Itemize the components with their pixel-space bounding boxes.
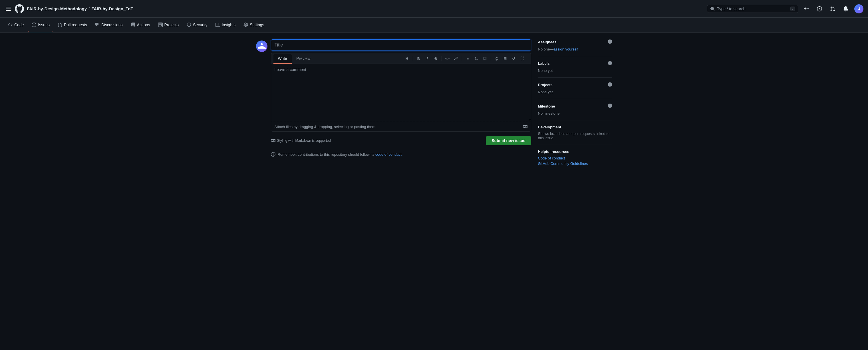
pullrequest-nav-icon: [830, 6, 835, 11]
hamburger-menu[interactable]: [5, 6, 12, 12]
toolbar-strikethrough[interactable]: S: [432, 55, 440, 62]
nav-item-security[interactable]: Security: [183, 18, 211, 33]
title-input[interactable]: [271, 39, 531, 51]
nav-item-pullrequests[interactable]: Pull requests: [54, 18, 91, 33]
notifications-icon-btn[interactable]: [841, 4, 850, 13]
assignees-value: No one—assign yourself: [538, 47, 612, 51]
labels-header: Labels: [538, 61, 612, 66]
development-header: Development: [538, 125, 612, 129]
tab-write[interactable]: Write: [274, 54, 292, 64]
sidebar-assignees: Assignees No one—assign yourself: [538, 39, 612, 56]
toolbar-bold[interactable]: B: [415, 55, 423, 62]
toolbar-unordered-list[interactable]: ≡: [464, 55, 472, 62]
pullrequest-icon: [58, 23, 62, 27]
gear-icon-projects: [608, 82, 612, 87]
breadcrumb: FAIR-by-Design-Methodology / FAIR-by-Des…: [27, 6, 133, 11]
left-column: Write Preview H B I S <>: [256, 39, 531, 157]
community-guidelines-link[interactable]: GitHub Community Guidelines: [538, 161, 612, 166]
issue-form: Write Preview H B I S <>: [271, 39, 531, 157]
issues-nav-icon: [817, 6, 822, 11]
tab-preview[interactable]: Preview: [292, 54, 315, 64]
toolbar-link[interactable]: [452, 55, 460, 62]
search-icon: [710, 6, 715, 11]
search-text: Type / to search: [717, 6, 788, 11]
right-sidebar: Assignees No one—assign yourself Labels: [538, 39, 612, 171]
discussions-icon: [95, 23, 100, 27]
nav-actions-label: Actions: [137, 23, 150, 27]
code-of-conduct-resource-link[interactable]: Code of conduct: [538, 156, 612, 160]
comment-textarea[interactable]: [271, 64, 531, 121]
issues-icon-btn[interactable]: [815, 4, 824, 13]
markdown-hint-text: Styling with Markdown is supported: [277, 139, 331, 142]
create-new-button[interactable]: + ▾: [802, 4, 811, 13]
breadcrumb-org[interactable]: FAIR-by-Design-Methodology: [27, 6, 87, 11]
toolbar-code[interactable]: <>: [443, 55, 452, 62]
top-nav-right: + ▾ U: [802, 4, 863, 13]
markdown-icon-attach: [523, 124, 527, 129]
nav-item-issues[interactable]: Issues: [28, 18, 53, 33]
nav-item-actions[interactable]: Actions: [127, 18, 154, 33]
labels-value: None yet: [538, 68, 612, 73]
projects-icon: [158, 23, 163, 27]
nav-pullrequests-label: Pull requests: [64, 23, 87, 27]
nav-item-insights[interactable]: Insights: [212, 18, 239, 33]
development-value: Shows branches and pull requests linked …: [538, 131, 612, 140]
toolbar-task-list[interactable]: ☑: [481, 55, 489, 62]
code-icon: [8, 23, 12, 27]
sidebar-projects: Projects None yet: [538, 77, 612, 99]
attach-text: Attach files by dragging & dropping, sel…: [275, 125, 376, 129]
repo-nav: Code Issues Pull requests Discussions Ac…: [0, 18, 868, 33]
helpful-resources: Helpful resources Code of conduct GitHub…: [538, 145, 612, 171]
security-icon: [187, 23, 191, 27]
toolbar-sep2: [441, 56, 442, 61]
nav-issues-label: Issues: [38, 23, 50, 27]
toolbar-reference[interactable]: ⊞: [501, 55, 509, 62]
toolbar-fullscreen[interactable]: ⛶: [518, 55, 526, 62]
toolbar-mention[interactable]: @: [493, 55, 501, 62]
toolbar: H B I S <>: [401, 53, 529, 64]
pullrequest-icon-btn[interactable]: [828, 4, 837, 13]
toolbar-sep4: [491, 56, 491, 61]
nav-item-projects[interactable]: Projects: [155, 18, 182, 33]
toolbar-italic[interactable]: I: [423, 55, 431, 62]
nav-item-code[interactable]: Code: [5, 18, 27, 33]
toolbar-ordered-list[interactable]: 1.: [472, 55, 480, 62]
labels-gear[interactable]: [608, 61, 612, 66]
editor-container: Write Preview H B I S <>: [271, 53, 531, 131]
insights-icon: [216, 23, 220, 27]
nav-item-settings[interactable]: Settings: [240, 18, 268, 33]
user-avatar: [256, 40, 268, 52]
nav-settings-label: Settings: [250, 23, 264, 27]
gear-icon-milestone: [608, 103, 612, 108]
search-bar[interactable]: Type / to search /: [707, 5, 798, 13]
avatar[interactable]: U: [854, 4, 863, 13]
breadcrumb-repo: FAIR-by-Design_ToT: [91, 6, 133, 11]
gear-icon-labels: [608, 61, 612, 65]
labels-title: Labels: [538, 61, 550, 66]
breadcrumb-sep: /: [89, 6, 90, 11]
actions-icon: [131, 23, 135, 27]
attach-bar: Attach files by dragging & dropping, sel…: [271, 122, 531, 131]
markdown-icon: [271, 138, 275, 143]
assign-yourself-link[interactable]: assign yourself: [554, 47, 578, 51]
assignees-gear[interactable]: [608, 39, 612, 45]
milestone-title: Milestone: [538, 104, 555, 108]
milestone-value: No milestone: [538, 111, 612, 116]
toolbar-heading[interactable]: H: [403, 55, 411, 62]
gear-icon-assignees: [608, 39, 612, 44]
info-icon: [271, 152, 275, 157]
sidebar-milestone: Milestone No milestone: [538, 99, 612, 120]
nav-insights-label: Insights: [222, 23, 236, 27]
milestone-header: Milestone: [538, 103, 612, 109]
code-of-conduct-link[interactable]: code of conduct: [375, 152, 402, 157]
avatar-icon: [258, 42, 266, 50]
milestone-gear[interactable]: [608, 103, 612, 109]
development-title: Development: [538, 125, 561, 129]
nav-item-discussions[interactable]: Discussions: [92, 18, 126, 33]
projects-header: Projects: [538, 82, 612, 88]
nav-security-label: Security: [193, 23, 208, 27]
toolbar-undo[interactable]: ↺: [510, 55, 518, 62]
submit-new-issue-button[interactable]: Submit new issue: [486, 136, 531, 145]
projects-gear[interactable]: [608, 82, 612, 88]
sidebar-labels: Labels None yet: [538, 56, 612, 77]
